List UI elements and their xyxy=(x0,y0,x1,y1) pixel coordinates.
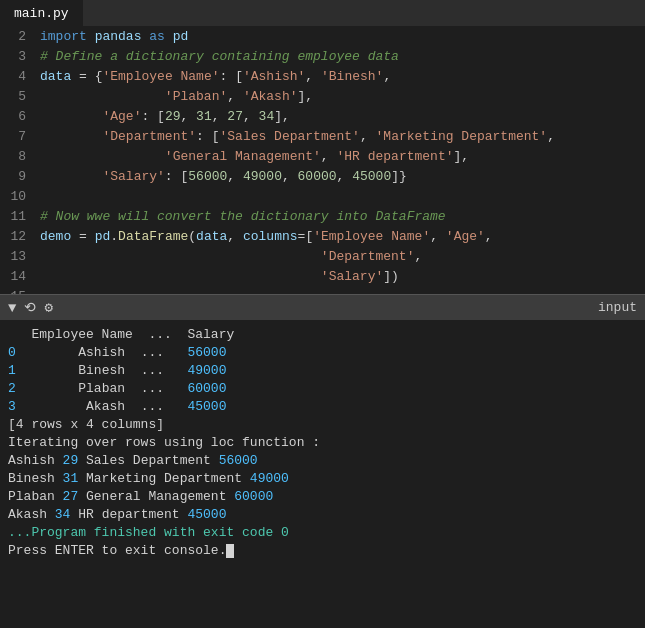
chevron-down-icon[interactable]: ▼ xyxy=(8,300,16,316)
code-line: 7 'Department': ['Sales Department', 'Ma… xyxy=(0,126,645,146)
code-editor: 2import pandas as pd3# Define a dictiona… xyxy=(0,26,645,294)
code-line: 3# Define a dictionary containing employ… xyxy=(0,46,645,66)
console-line: Plaban 27 General Management 60000 xyxy=(8,488,637,506)
console-line: ...Program finished with exit code 0 xyxy=(8,524,637,542)
line-number: 7 xyxy=(0,126,36,146)
code-line: 10 xyxy=(0,186,645,206)
line-number: 5 xyxy=(0,86,36,106)
refresh-icon[interactable]: ⟲ xyxy=(24,299,36,316)
line-content: # Now wwe will convert the dictionary in… xyxy=(36,206,645,226)
line-number: 15 xyxy=(0,286,36,294)
output-toolbar: ▼ ⟲ ⚙ input xyxy=(0,294,645,320)
line-number: 10 xyxy=(0,186,36,206)
line-content: demo = pd.DataFrame(data, columns=['Empl… xyxy=(36,226,645,246)
code-line: 6 'Age': [29, 31, 27, 34], xyxy=(0,106,645,126)
console-line: 2 Plaban ... 60000 xyxy=(8,380,637,398)
console-line: [4 rows x 4 columns] xyxy=(8,416,637,434)
line-number: 11 xyxy=(0,206,36,226)
line-content: data = {'Employee Name': ['Ashish', 'Bin… xyxy=(36,66,645,86)
console-line: Press ENTER to exit console. xyxy=(8,542,637,560)
line-number: 13 xyxy=(0,246,36,266)
line-number: 12 xyxy=(0,226,36,246)
line-content: 'Department', xyxy=(36,246,645,266)
console-line: Binesh 31 Marketing Department 49000 xyxy=(8,470,637,488)
code-line: 9 'Salary': [56000, 49000, 60000, 45000]… xyxy=(0,166,645,186)
line-number: 14 xyxy=(0,266,36,286)
line-number: 9 xyxy=(0,166,36,186)
code-line: 14 'Salary']) xyxy=(0,266,645,286)
line-content xyxy=(36,186,645,206)
console-line: Iterating over rows using loc function : xyxy=(8,434,637,452)
line-content: 'Age': [29, 31, 27, 34], xyxy=(36,106,645,126)
console-line: Ashish 29 Sales Department 56000 xyxy=(8,452,637,470)
console-line: 1 Binesh ... 49000 xyxy=(8,362,637,380)
code-line: 11# Now wwe will convert the dictionary … xyxy=(0,206,645,226)
code-line: 12demo = pd.DataFrame(data, columns=['Em… xyxy=(0,226,645,246)
tab-label: main.py xyxy=(14,6,69,21)
line-content xyxy=(36,286,645,294)
line-content: 'Salary']) xyxy=(36,266,645,286)
line-number: 8 xyxy=(0,146,36,166)
tab-main-py[interactable]: main.py xyxy=(0,0,83,26)
code-line: 13 'Department', xyxy=(0,246,645,266)
console-output: Employee Name ... Salary0 Ashish ... 560… xyxy=(0,320,645,628)
code-line: 15 xyxy=(0,286,645,294)
code-line: 5 'Plaban', 'Akash'], xyxy=(0,86,645,106)
code-line: 4data = {'Employee Name': ['Ashish', 'Bi… xyxy=(0,66,645,86)
tab-bar: main.py xyxy=(0,0,645,26)
code-lines: 2import pandas as pd3# Define a dictiona… xyxy=(0,26,645,294)
line-number: 4 xyxy=(0,66,36,86)
console-line: Akash 34 HR department 45000 xyxy=(8,506,637,524)
console-line: Employee Name ... Salary xyxy=(8,326,637,344)
code-line: 2import pandas as pd xyxy=(0,26,645,46)
line-content: 'General Management', 'HR department'], xyxy=(36,146,645,166)
line-number: 3 xyxy=(0,46,36,66)
input-label: input xyxy=(598,300,637,315)
line-content: # Define a dictionary containing employe… xyxy=(36,46,645,66)
cursor xyxy=(226,544,234,558)
line-content: 'Department': ['Sales Department', 'Mark… xyxy=(36,126,645,146)
line-number: 2 xyxy=(0,26,36,46)
settings-icon[interactable]: ⚙ xyxy=(44,299,52,316)
console-line: 3 Akash ... 45000 xyxy=(8,398,637,416)
line-content: 'Salary': [56000, 49000, 60000, 45000]} xyxy=(36,166,645,186)
line-content: 'Plaban', 'Akash'], xyxy=(36,86,645,106)
console-line: 0 Ashish ... 56000 xyxy=(8,344,637,362)
line-number: 6 xyxy=(0,106,36,126)
code-line: 8 'General Management', 'HR department']… xyxy=(0,146,645,166)
line-content: import pandas as pd xyxy=(36,26,645,46)
toolbar-left: ▼ ⟲ ⚙ xyxy=(8,299,53,316)
